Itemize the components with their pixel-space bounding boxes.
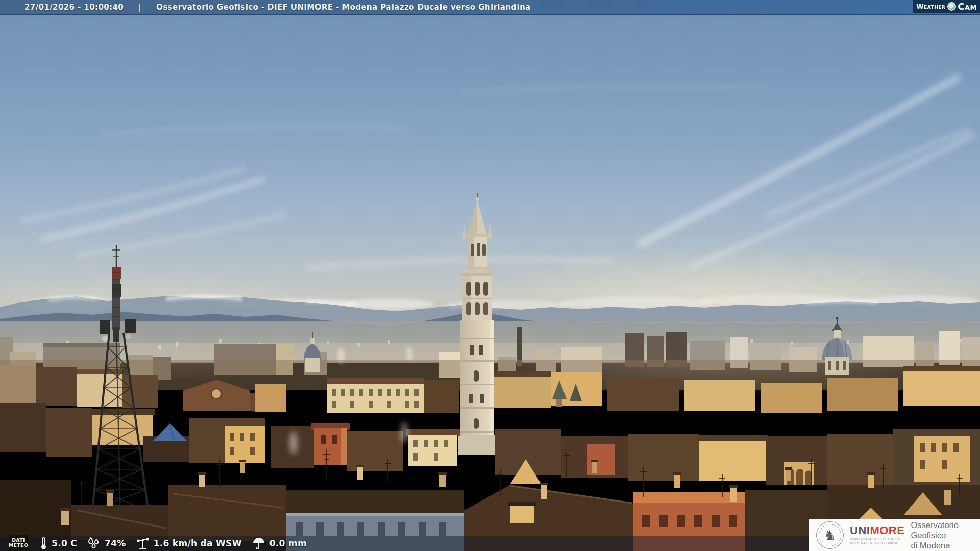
rain-value: 0.0 mm bbox=[270, 538, 307, 548]
dati-meteo-label: DATI METEO bbox=[9, 535, 28, 551]
separator: | bbox=[138, 3, 141, 12]
brand-uni: UNI bbox=[850, 524, 870, 537]
weathercam-logo[interactable]: Weather Cam bbox=[913, 0, 980, 13]
webcam-photo-modena-skyline bbox=[0, 0, 980, 551]
weathercam-word2: Cam bbox=[958, 1, 977, 12]
humidity-reading: 74% bbox=[87, 537, 126, 549]
rain-reading: 0.0 mm bbox=[252, 537, 307, 550]
thermometer-icon bbox=[40, 537, 47, 550]
brand-subtitle-2: MODENA E REGGIO EMILIA bbox=[850, 541, 904, 545]
brand-subtitle-1: UNIVERSITÀ DEGLI STUDI DI bbox=[850, 537, 904, 541]
temperature-value: 5.0 C bbox=[52, 538, 77, 548]
top-info-bar: 27/01/2026 - 10:00:40 | Osservatorio Geo… bbox=[0, 0, 980, 15]
camera-title: Osservatorio Geofisico - DIEF UNIMORE - … bbox=[156, 3, 531, 12]
weathercam-word1: Weather bbox=[916, 3, 945, 10]
weathercam-dot-icon bbox=[947, 2, 956, 11]
datetime-label: 27/01/2026 - 10:00:40 bbox=[24, 3, 124, 12]
unimore-panel[interactable]: ♞ UNIMORE UNIVERSITÀ DEGLI STUDI DI MODE… bbox=[809, 519, 980, 551]
humidity-value: 74% bbox=[105, 538, 126, 548]
anemometer-icon bbox=[136, 537, 150, 550]
ghirlandina-tower bbox=[458, 193, 496, 455]
unimore-seal-icon: ♞ bbox=[816, 521, 844, 549]
humidity-drops-icon bbox=[87, 537, 101, 549]
wind-reading: 1.6 km/h da WSW bbox=[136, 537, 242, 550]
webcam-frame: 27/01/2026 - 10:00:40 | Osservatorio Geo… bbox=[0, 0, 980, 551]
wind-value: 1.6 km/h da WSW bbox=[154, 538, 242, 548]
unimore-brand: UNIMORE UNIVERSITÀ DEGLI STUDI DI MODENA… bbox=[850, 525, 904, 545]
observatory-name: Osservatorio Geofisico di Modena bbox=[911, 520, 980, 550]
brand-more: MORE bbox=[870, 524, 904, 537]
rain-umbrella-icon bbox=[252, 537, 265, 550]
temperature-reading: 5.0 C bbox=[40, 537, 77, 550]
meteo-readings: 5.0 C 74% bbox=[40, 536, 317, 551]
